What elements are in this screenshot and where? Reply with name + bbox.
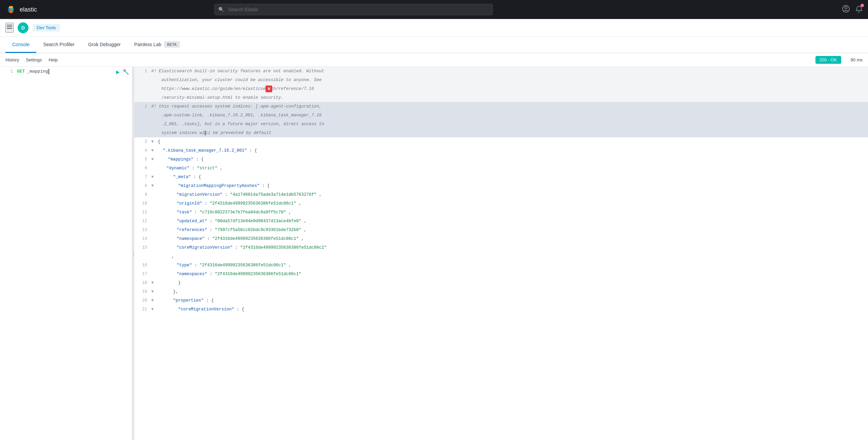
console-toolbar: History Settings Help 200 - OK 90 ms — [0, 53, 868, 67]
run-button[interactable]: ▶ — [116, 68, 120, 76]
output-warning-1: 1 #! Elasticsearch built-in security fea… — [134, 67, 868, 102]
svg-point-7 — [845, 6, 847, 9]
output-text: #! Elasticsearch built-in security featu… — [151, 68, 868, 75]
output-line: authentication, your cluster could be ac… — [134, 76, 868, 84]
output-line-8: 8 ▼ "migrationMappingPropertyHashes" : { — [134, 181, 868, 190]
line-num: 2 — [134, 103, 151, 110]
output-text: .apm-custom-link, .kibana_7.16.2_001, .k… — [151, 112, 868, 119]
output-line: .2_001, .tasks], but in a future major v… — [134, 120, 868, 129]
output-line-12: 12 "updated_at" : "00da57df13e94e9d98437… — [134, 217, 868, 226]
output-line-18: 18 ▼ } — [134, 279, 868, 287]
output-line-9: 9 "migrationVersion" : "4a1746014a75ade3… — [134, 190, 868, 199]
output-line-10: 10 "originId" : "2f4316de49999235636386f… — [134, 199, 868, 208]
menu-button[interactable] — [5, 23, 14, 33]
output-text: /security-minimal-setup.html to enable s… — [151, 94, 868, 101]
output-line-3: 3 ▼ { — [134, 137, 868, 146]
output-line: .apm-custom-link, .kibana_7.16.2_001, .k… — [134, 111, 868, 120]
logo[interactable]: elastic — [5, 4, 37, 15]
beta-badge: BETA — [164, 41, 180, 47]
console-main: 1 GET _mapping ▶ 🔧 ⋮ ✕ 1 #! Elasticsearc… — [0, 67, 868, 440]
output-line-19: 19 ▼ }, — [134, 287, 868, 296]
logo-text: elastic — [20, 6, 37, 13]
output-line-7: 7 ▼ "_meta" : { — [134, 173, 868, 181]
search-input[interactable] — [214, 4, 493, 15]
tabs-bar: Console Search Profiler Grok Debugger Pa… — [0, 37, 868, 53]
output-line-15: 15 "coreMigrationVersion" : "2f4316de499… — [134, 243, 868, 252]
output-line: https://www.elastic.co/guide/en/elastics… — [134, 84, 868, 93]
status-badge: 200 - OK — [815, 56, 841, 64]
wrench-icon[interactable]: 🔧 — [122, 69, 129, 75]
line-num — [134, 94, 151, 101]
output-line-13: 13 "references" : "7997cf5a56cc02bdc9c93… — [134, 226, 868, 234]
get-method: GET — [17, 68, 25, 75]
navbar: elastic 🔍 — [0, 0, 868, 19]
line-num: 1 — [134, 68, 151, 75]
output-line-20: 20 ▼ "properties" : { — [134, 296, 868, 305]
output-line-21: 21 ▼ "coreMigrationVersion" : { — [134, 305, 868, 314]
dev-tools-breadcrumb[interactable]: Dev Tools — [33, 24, 60, 32]
user-circle-icon[interactable] — [842, 5, 850, 14]
endpoint-text: _mapping — [27, 68, 48, 75]
output-line-17: 17 "namespaces" : "2f4316de4999923563638… — [134, 270, 868, 279]
search-icon: 🔍 — [218, 7, 224, 12]
output-warning-2: 2 #! this request accesses system indice… — [134, 102, 868, 137]
output-line-11: 11 "task" : "c716c8022373e7b7fea04dc9a9f… — [134, 208, 868, 217]
editor-panel[interactable]: 1 GET _mapping ▶ 🔧 — [0, 67, 132, 440]
line-number-1: 1 — [3, 68, 13, 75]
svg-point-5 — [12, 8, 14, 12]
bell-icon[interactable] — [855, 5, 863, 14]
tab-search-profiler[interactable]: Search Profiler — [36, 37, 81, 53]
output-panel[interactable]: 1 #! Elasticsearch built-in security fea… — [134, 67, 868, 440]
tab-painless-lab[interactable]: Painless Lab BETA — [127, 37, 186, 53]
output-line: 1 #! Elasticsearch built-in security fea… — [134, 67, 868, 76]
output-line-5: 5 ▼ "mappings" : { — [134, 155, 868, 164]
user-avatar[interactable]: D — [18, 22, 28, 33]
editor-line-1: 1 GET _mapping — [0, 67, 132, 76]
line-num — [134, 120, 151, 128]
output-line-4: 4 ▼ ".kibana_task_manager_7.16.2_001" : … — [134, 146, 868, 155]
line-num — [134, 112, 151, 119]
line-num — [134, 129, 151, 137]
svg-point-4 — [8, 8, 10, 12]
output-line-15b: , — [134, 252, 868, 261]
tab-console[interactable]: Console — [5, 37, 36, 53]
help-button[interactable]: Help — [48, 57, 58, 62]
output-text: authentication, your cluster could be ac… — [151, 76, 868, 84]
output-line: system indices will be prevented by defa… — [134, 129, 868, 137]
tab-grok-debugger[interactable]: Grok Debugger — [81, 37, 127, 53]
editor-actions: ▶ 🔧 — [116, 68, 129, 76]
time-badge: 90 ms — [851, 57, 863, 62]
search-bar[interactable]: 🔍 — [214, 4, 493, 15]
output-line: /security-minimal-setup.html to enable s… — [134, 93, 868, 102]
history-button[interactable]: History — [5, 57, 19, 62]
notification-badge — [861, 4, 864, 7]
fold-arrow[interactable]: ▼ — [151, 138, 155, 146]
close-button[interactable]: ✕ — [265, 85, 272, 92]
second-toolbar: D Dev Tools — [0, 19, 868, 37]
output-line-6: 6 "dynamic" : "strict" , — [134, 164, 868, 173]
line-num — [134, 76, 151, 84]
output-line-14: 14 "namespace" : "2f4316de49999235636386… — [134, 234, 868, 243]
output-text: .2_001, .tasks], but in a future major v… — [151, 120, 868, 128]
output-text: https://www.elastic.co/guide/en/elastics… — [151, 85, 868, 93]
navbar-actions — [842, 5, 863, 14]
line-num — [134, 85, 151, 93]
output-line-16: 16 "type" : "2f4316de49999235636386fe51d… — [134, 261, 868, 270]
output-text: #! this request accesses system indices:… — [151, 103, 868, 110]
output-text: system indices will be prevented by defa… — [151, 129, 868, 137]
settings-button[interactable]: Settings — [26, 57, 42, 62]
output-json: 3 ▼ { 4 ▼ ".kibana_task_manager_7.16.2_0… — [134, 137, 868, 314]
output-line: 2 #! this request accesses system indice… — [134, 102, 868, 111]
elastic-logo-icon — [5, 4, 16, 15]
